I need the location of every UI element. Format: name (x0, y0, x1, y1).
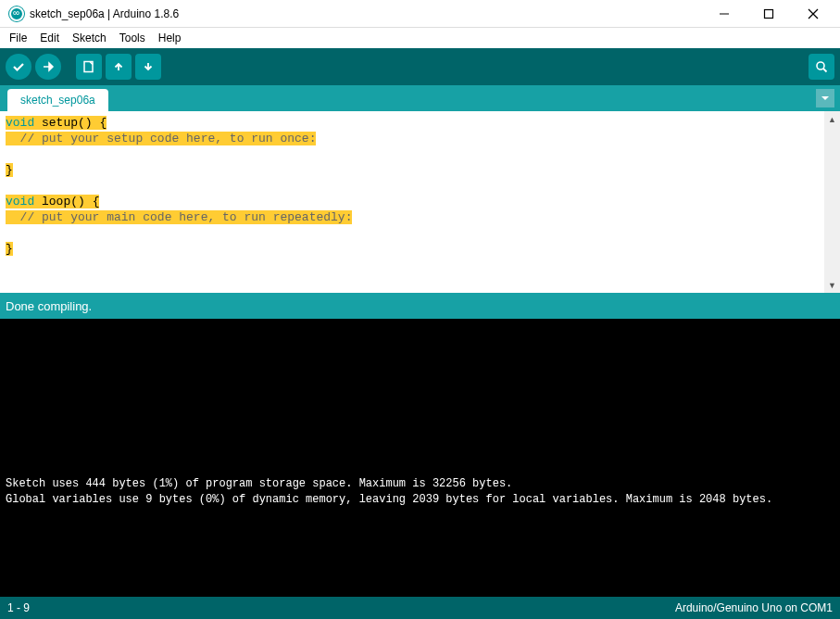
code-brace: } (6, 163, 13, 177)
console-spacer (6, 508, 834, 591)
editor-scrollbar[interactable]: ▲ ▼ (824, 111, 840, 293)
menu-tools[interactable]: Tools (114, 30, 151, 46)
titlebar: sketch_sep06a | Arduino 1.8.6 (0, 0, 840, 28)
statusbar: Done compiling. (0, 293, 840, 319)
scrollbar-up-icon[interactable]: ▲ (824, 111, 840, 127)
close-button[interactable] (799, 3, 827, 25)
svg-rect-1 (765, 9, 773, 18)
cursor-position: 1 - 9 (7, 601, 30, 614)
menu-sketch[interactable]: Sketch (67, 30, 112, 46)
editor-panel: void setup() { // put your setup code he… (0, 111, 840, 293)
scrollbar-down-icon[interactable]: ▼ (824, 277, 840, 293)
menubar: File Edit Sketch Tools Help (0, 28, 840, 48)
minimize-button[interactable] (710, 3, 738, 25)
verify-button[interactable] (6, 54, 31, 80)
code-keyword: void (6, 116, 34, 130)
window-controls (710, 3, 836, 25)
code-text: setup() { (34, 116, 107, 130)
arduino-app-icon (9, 6, 24, 21)
window-title: sketch_sep06a | Arduino 1.8.6 (30, 7, 710, 20)
code-editor[interactable]: void setup() { // put your setup code he… (0, 111, 824, 293)
code-brace: } (6, 242, 13, 256)
board-info: Arduino/Genuino Uno on COM1 (675, 601, 833, 614)
code-comment: // put your main code here, to run repea… (6, 210, 352, 224)
tabbar: sketch_sep06a (0, 85, 840, 111)
tab-menu-button[interactable] (816, 89, 834, 107)
upload-button[interactable] (35, 54, 61, 80)
menu-file[interactable]: File (4, 30, 32, 46)
maximize-button[interactable] (755, 3, 783, 25)
toolbar (0, 48, 840, 85)
console-line: Global variables use 9 bytes (0%) of dyn… (6, 492, 834, 508)
svg-line-6 (823, 69, 827, 72)
serial-monitor-button[interactable] (809, 54, 834, 80)
svg-point-5 (817, 62, 824, 69)
open-button[interactable] (106, 54, 132, 80)
menu-help[interactable]: Help (153, 30, 187, 46)
code-comment: // put your setup code here, to run once… (6, 132, 316, 145)
code-text: loop() { (34, 195, 99, 208)
tab-sketch[interactable]: sketch_sep06a (7, 89, 108, 111)
status-message: Done compiling. (6, 299, 92, 313)
menu-edit[interactable]: Edit (34, 30, 65, 46)
console-output[interactable]: Sketch uses 444 bytes (1%) of program st… (0, 319, 840, 597)
new-button[interactable] (76, 54, 102, 80)
scrollbar-track[interactable] (824, 127, 840, 277)
code-keyword: void (6, 195, 34, 208)
footer: 1 - 9 Arduino/Genuino Uno on COM1 (0, 597, 840, 619)
console-line: Sketch uses 444 bytes (1%) of program st… (6, 476, 834, 492)
save-button[interactable] (135, 54, 161, 80)
